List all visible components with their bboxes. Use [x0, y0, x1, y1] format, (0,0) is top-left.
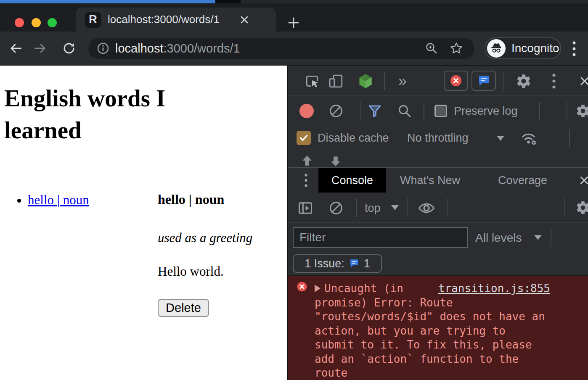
- error-level-icon: [296, 281, 308, 293]
- issue-chat-icon: [349, 258, 360, 269]
- filter-funnel-icon[interactable]: [367, 103, 382, 119]
- delete-button[interactable]: Delete: [158, 299, 209, 317]
- console-settings-icon[interactable]: [575, 200, 588, 215]
- site-info-icon[interactable]: [97, 42, 109, 55]
- back-icon[interactable]: [7, 41, 22, 56]
- network-toolbar: Preserve log: [288, 97, 588, 124]
- word-title: hello | noun: [158, 192, 252, 207]
- devtools-main-toolbar: »: [288, 66, 588, 96]
- url-text: localhost:3000/words/1: [115, 42, 425, 55]
- browser-menu-icon[interactable]: [572, 41, 582, 56]
- error-source-link[interactable]: transition.js:855: [438, 282, 550, 296]
- word-example: Hello world.: [158, 264, 252, 279]
- network-conditions-icon[interactable]: [519, 130, 538, 147]
- tab-console[interactable]: Console: [318, 168, 386, 193]
- more-tabs-icon[interactable]: »: [398, 72, 407, 90]
- word-list: hello | noun: [0, 192, 89, 208]
- tab-coverage[interactable]: Coverage: [494, 168, 551, 193]
- word-detail: hello | noun used as a greeting Hello wo…: [158, 192, 252, 317]
- console-context-selector[interactable]: top: [365, 202, 381, 215]
- tab-close-icon[interactable]: [237, 13, 252, 27]
- context-caret-icon[interactable]: [391, 205, 399, 210]
- drawer-menu-icon[interactable]: [304, 173, 308, 187]
- incognito-icon: [487, 39, 506, 58]
- expand-triangle-icon[interactable]: [315, 285, 320, 292]
- node-devtools-icon[interactable]: [358, 73, 373, 89]
- background-window-edge: [0, 0, 215, 3]
- clear-network-log-icon[interactable]: [329, 104, 343, 118]
- tab-strip: R localhost:3000/words/1: [0, 3, 588, 32]
- import-har-icon[interactable]: [300, 154, 314, 167]
- new-tab-button[interactable]: [285, 14, 302, 31]
- drawer-tab-bar: Console What's New Coverage: [288, 168, 588, 193]
- incognito-badge: Incognito: [485, 37, 561, 59]
- log-level-select[interactable]: All levels: [475, 231, 522, 245]
- error-count-badge[interactable]: [444, 71, 468, 91]
- clear-console-icon[interactable]: [329, 201, 343, 215]
- page-title: English words I learned: [4, 82, 223, 146]
- disable-cache-checkbox[interactable]: [297, 131, 311, 145]
- console-issue-row: 1 Issue: 1: [288, 252, 588, 276]
- record-network-log-icon[interactable]: [299, 104, 314, 118]
- network-options-row: Disable cache No throttling: [288, 124, 588, 152]
- bookmark-star-icon[interactable]: [449, 41, 464, 55]
- window-content: English words I learned hello | noun hel…: [0, 65, 588, 380]
- devtools-settings-icon[interactable]: [516, 73, 532, 89]
- live-expression-eye-icon[interactable]: [418, 201, 435, 215]
- log-level-caret-icon[interactable]: [534, 235, 542, 240]
- reload-icon[interactable]: [61, 41, 77, 56]
- background-window-gap: [215, 0, 241, 3]
- issues-badge[interactable]: [471, 71, 496, 91]
- word-definition: used as a greeting: [158, 230, 252, 245]
- remix-favicon-icon: R: [85, 12, 101, 28]
- issue-count: 1: [364, 257, 370, 270]
- browser-tab[interactable]: R localhost:3000/words/1: [76, 8, 276, 32]
- error-message-block: transition.js:855Uncaught (in promise) E…: [315, 282, 550, 380]
- issue-label: 1 Issue:: [305, 257, 344, 270]
- window-minimize-button[interactable]: [32, 18, 41, 27]
- console-filter-row: All levels: [288, 223, 588, 252]
- background-window-strip: [0, 0, 588, 3]
- devtools-panel: »: [287, 66, 588, 380]
- tab-title: localhost:3000/words/1: [108, 13, 234, 26]
- console-filter-input[interactable]: [293, 227, 468, 248]
- window-zoom-button[interactable]: [48, 18, 57, 27]
- inspect-element-icon[interactable]: [305, 74, 320, 89]
- tab-whats-new[interactable]: What's New: [395, 168, 465, 193]
- address-bar[interactable]: localhost:3000/words/1: [88, 38, 474, 59]
- word-link[interactable]: hello | noun: [28, 193, 89, 207]
- console-sidebar-icon[interactable]: [297, 200, 313, 216]
- forward-icon[interactable]: [34, 41, 49, 56]
- network-import-export-row: [288, 152, 588, 167]
- export-har-icon[interactable]: [328, 154, 343, 167]
- disable-cache-label[interactable]: Disable cache: [318, 132, 389, 145]
- throttling-caret-icon[interactable]: [497, 136, 504, 141]
- console-toolbar: top: [288, 193, 588, 223]
- console-error-entry: transition.js:855Uncaught (in promise) E…: [288, 276, 588, 380]
- preserve-log-checkbox[interactable]: [434, 105, 447, 117]
- devtools-close-icon[interactable]: [578, 75, 588, 87]
- web-page: English words I learned hello | noun hel…: [0, 66, 287, 380]
- network-settings-icon[interactable]: [575, 103, 588, 119]
- list-item: hello | noun: [28, 192, 89, 208]
- preserve-log-label[interactable]: Preserve log: [454, 105, 518, 118]
- network-search-icon[interactable]: [397, 103, 412, 119]
- devtools-menu-icon[interactable]: [552, 73, 556, 89]
- throttling-select[interactable]: No throttling: [407, 132, 469, 145]
- zoom-icon[interactable]: [425, 42, 438, 55]
- issues-button[interactable]: 1 Issue: 1: [293, 254, 382, 273]
- browser-toolbar: localhost:3000/words/1 Incognito: [0, 32, 588, 65]
- device-toolbar-icon[interactable]: [328, 74, 344, 89]
- window-close-button[interactable]: [15, 18, 24, 27]
- drawer-close-icon[interactable]: [578, 174, 588, 186]
- incognito-label: Incognito: [511, 42, 559, 55]
- screen: R localhost:3000/words/1 localhost:3000/…: [0, 0, 588, 380]
- error-message-text: Uncaught (in promise) Error: Route "rout…: [315, 282, 545, 379]
